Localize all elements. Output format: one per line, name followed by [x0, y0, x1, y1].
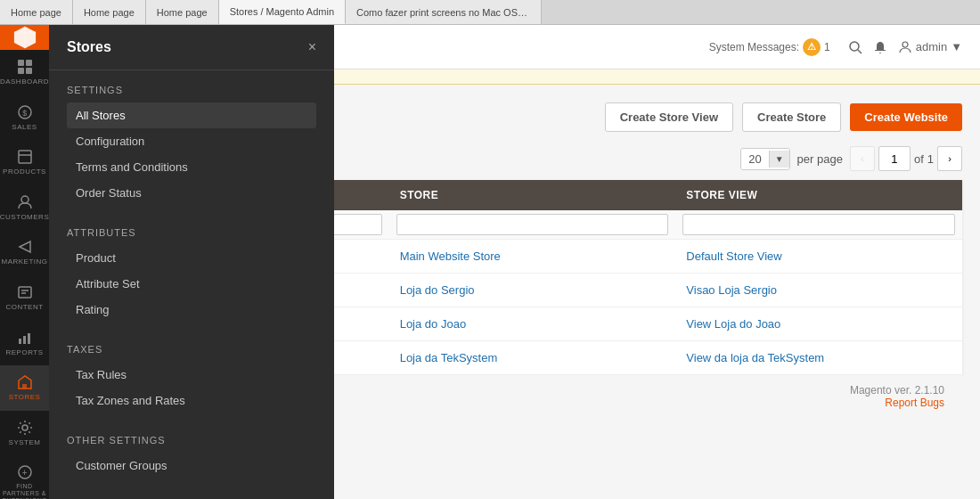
sidebar-item-content[interactable]: Content [0, 275, 49, 321]
filter-store-input[interactable] [396, 214, 669, 235]
find-partners-icon: + [17, 464, 33, 480]
store-view-link[interactable]: View Loja do Joao [686, 317, 780, 331]
admin-user-menu[interactable]: admin ▼ [898, 40, 962, 54]
sidebar-item-find-partners[interactable]: + Find Partners & Extensions [0, 455, 49, 499]
page-number-input[interactable] [878, 146, 911, 171]
store-view-cell: Visao Loja Sergio [675, 274, 962, 307]
stores-menu-item-rating[interactable]: Rating [67, 297, 316, 323]
store-link[interactable]: Main Website Store [400, 250, 501, 263]
user-icon [898, 40, 912, 54]
stores-menu-item-customer-groups[interactable]: Customer Groups [67, 453, 316, 479]
svg-text:$: $ [22, 109, 28, 118]
svg-rect-1 [26, 60, 32, 66]
per-page-value: 20 [741, 149, 768, 169]
stores-menu-item-product[interactable]: Product [67, 245, 316, 271]
create-store-button[interactable]: Create Store [742, 102, 841, 132]
svg-rect-12 [19, 339, 21, 344]
sidebar-item-stores[interactable]: Stores [0, 365, 49, 411]
search-button[interactable] [848, 40, 862, 54]
browser-tab-4[interactable]: Stores / Magento Admin [219, 0, 346, 24]
store-view-link[interactable]: View da loja da TekSystem [686, 351, 824, 364]
store-cell: Loja do Joao [389, 307, 676, 341]
svg-point-16 [22, 425, 28, 430]
svg-rect-15 [22, 384, 27, 389]
taxes-section-title: Taxes [67, 344, 316, 355]
search-icon [848, 40, 862, 54]
sidebar-item-system[interactable]: System [0, 411, 49, 456]
customers-icon [17, 194, 33, 210]
browser-tab-1[interactable]: Home page [0, 0, 73, 24]
bell-icon [873, 40, 887, 54]
total-pages: 1 [927, 152, 934, 166]
svg-rect-9 [19, 287, 31, 298]
browser-tab-2[interactable]: Home page [73, 0, 146, 24]
system-messages-warning-icon: ⚠ [803, 38, 821, 56]
prev-page-button[interactable]: ‹ [850, 146, 875, 171]
svg-rect-6 [19, 151, 31, 163]
create-website-button[interactable]: Create Website [850, 103, 962, 131]
sidebar-item-products[interactable]: Products [0, 140, 49, 185]
sidebar-item-dashboard[interactable]: Dashboard [0, 50, 49, 95]
sidebar-item-marketing[interactable]: Marketing [0, 230, 49, 275]
svg-rect-0 [18, 60, 24, 66]
create-store-view-button[interactable]: Create Store View [605, 102, 733, 132]
store-view-link[interactable]: Visao Loja Sergio [686, 283, 777, 297]
sidebar-logo[interactable] [0, 25, 49, 50]
stores-menu-item-terms-conditions[interactable]: Terms and Conditions [67, 154, 316, 180]
svg-text:+: + [21, 468, 27, 478]
store-cell: Loja do Sergio [389, 274, 676, 307]
sidebar: Dashboard $ Sales Products Customers Mar… [0, 25, 49, 499]
system-messages-label: System Messages: [709, 41, 799, 53]
stores-menu-item-all-stores[interactable]: All Stores [67, 102, 316, 128]
svg-point-19 [850, 42, 859, 51]
store-link[interactable]: Loja do Sergio [400, 283, 475, 297]
svg-point-8 [21, 196, 29, 203]
stores-menu-item-attribute-set[interactable]: Attribute Set [67, 271, 316, 297]
admin-username: admin [916, 40, 947, 53]
store-view-cell: View da loja da TekSystem [675, 341, 962, 375]
store-link[interactable]: Loja da TekSystem [400, 351, 498, 364]
system-icon [17, 420, 33, 436]
stores-menu-item-tax-zones-rates[interactable]: Tax Zones and Rates [67, 388, 316, 413]
magento-label: Magento [850, 384, 892, 397]
svg-line-20 [858, 50, 862, 53]
filter-store-view-cell [675, 210, 962, 240]
stores-menu-item-configuration[interactable]: Configuration [67, 128, 316, 154]
store-view-cell: View Loja do Joao [675, 307, 962, 341]
settings-section: Settings All Stores Configuration Terms … [49, 70, 334, 213]
system-messages-count: 1 [824, 41, 830, 53]
app-wrapper: Dashboard $ Sales Products Customers Mar… [0, 25, 980, 499]
per-page-select[interactable]: 20 ▼ [740, 148, 789, 170]
attributes-section: Attributes Product Attribute Set Rating [49, 213, 334, 330]
reports-icon [17, 330, 33, 346]
currency-section: Currency Currency Rates Currency Symbols [49, 486, 334, 499]
per-page-label: per page [797, 152, 843, 166]
browser-tab-3[interactable]: Home page [146, 0, 219, 24]
attributes-section-title: Attributes [67, 227, 316, 238]
stores-close-button[interactable]: × [308, 40, 316, 54]
svg-rect-3 [26, 68, 32, 74]
content-icon [17, 284, 33, 300]
per-page-arrow[interactable]: ▼ [769, 151, 789, 168]
pagination: ‹ of 1 › [850, 146, 962, 171]
next-page-button[interactable]: › [937, 146, 962, 171]
col-store-view: Store View [675, 180, 962, 210]
notifications-button[interactable] [873, 40, 887, 54]
browser-tab-5[interactable]: Como fazer print screens no Mac OS X | G… [346, 0, 542, 24]
stores-menu-item-tax-rules[interactable]: Tax Rules [67, 362, 316, 388]
stores-menu-item-order-status[interactable]: Order Status [67, 180, 316, 206]
store-link[interactable]: Loja do Joao [400, 317, 466, 331]
store-view-link[interactable]: Default Store View [686, 250, 781, 263]
sidebar-item-sales[interactable]: $ Sales [0, 95, 49, 141]
sidebar-item-reports[interactable]: Reports [0, 321, 49, 366]
store-cell: Loja da TekSystem [389, 341, 676, 375]
filter-store-view-input[interactable] [682, 214, 955, 235]
system-messages: System Messages: ⚠ 1 [709, 38, 830, 56]
sales-icon: $ [17, 104, 33, 120]
stores-menu-title: Stores [67, 39, 111, 55]
dashboard-icon [17, 59, 33, 75]
sidebar-item-customers[interactable]: Customers [0, 185, 49, 231]
report-bugs-link[interactable]: Report Bugs [885, 397, 944, 409]
store-cell: Main Website Store [389, 240, 676, 274]
other-settings-section: Other Settings Customer Groups [49, 421, 334, 486]
